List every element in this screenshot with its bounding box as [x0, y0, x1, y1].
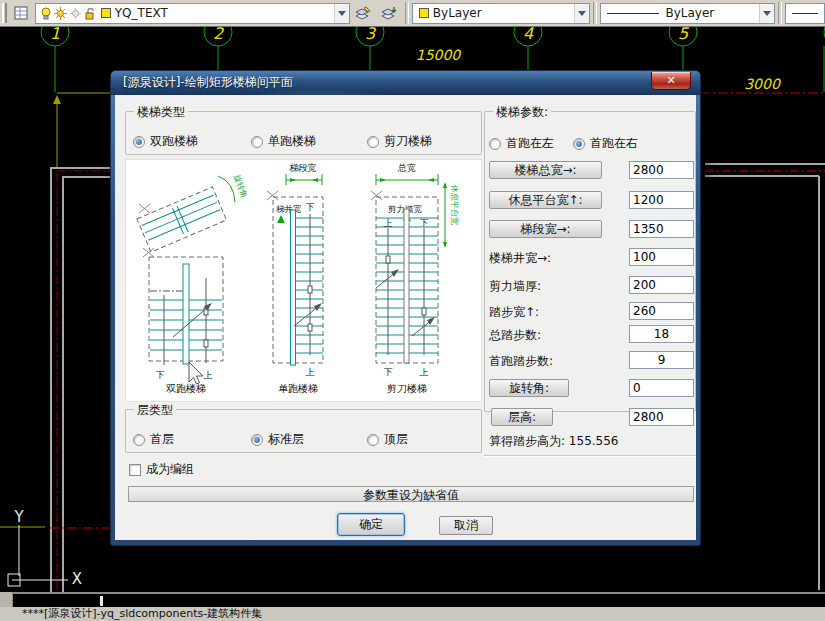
statusbar-grip[interactable] [0, 592, 13, 607]
floor-type-group-label: 层类型 [134, 402, 176, 419]
diagram-single-run: 梯段宽 梯井宽 下 上 单跑楼梯 [267, 163, 323, 394]
make-group-checkbox[interactable]: 成为编组 [129, 461, 194, 478]
layer-select[interactable]: YQ_TEXT [35, 3, 350, 24]
flight-width-input[interactable] [629, 220, 694, 238]
double-run-caption: 双跑楼梯 [166, 383, 206, 394]
first-run-steps-input[interactable] [629, 351, 694, 369]
reset-defaults-button[interactable]: 参数重设为缺省值 [128, 486, 694, 502]
layer-name: YQ_TEXT [115, 6, 168, 20]
dialog-title: [源泉设计]-绘制矩形楼梯间平面 [123, 75, 293, 89]
dimension-3000: 3000 [744, 76, 781, 92]
total-width-input[interactable] [629, 161, 694, 179]
well-width-label: 梯井宽 [276, 204, 302, 214]
total-width-button[interactable]: 楼梯总宽→: [489, 161, 602, 179]
toolbar-separator [593, 2, 597, 24]
close-button[interactable]: ✕ [651, 72, 691, 90]
well-width-input[interactable] [629, 248, 694, 266]
floor-height-button[interactable]: 层高: [491, 408, 553, 426]
color-select[interactable]: ByLayer [412, 3, 591, 24]
radio-single-run-stair[interactable]: 单跑楼梯 [251, 133, 316, 150]
command-line-area[interactable] [0, 592, 825, 607]
toolbar: YQ_TEXT ByLayer ByLayer [0, 0, 825, 27]
flight-width-label: 梯段宽 [290, 163, 317, 173]
separator [484, 455, 696, 456]
toolbar-separator [778, 2, 782, 24]
toolbar-grip[interactable] [2, 3, 7, 23]
up-label: 上 [204, 370, 213, 380]
total-steps-input[interactable] [629, 325, 694, 343]
platform-width-button[interactable]: 休息平台宽↑: [489, 191, 602, 209]
radio-button [367, 136, 379, 148]
radio-first-run-right[interactable]: 首跑在右 [573, 135, 638, 152]
up-label: 上 [384, 218, 393, 228]
diagram-double-run: 旋转角 下 上 双跑楼梯 [137, 174, 249, 394]
make-layer-current-button[interactable] [350, 2, 376, 25]
radio-button [489, 138, 501, 150]
stair-diagrams: 旋转角 下 上 双跑楼梯 [126, 160, 481, 401]
tread-width-label: 踏步宽↑: [489, 304, 539, 321]
well-width-label: 楼梯井宽→: [489, 250, 551, 267]
flight-width-button[interactable]: 梯段宽→: [489, 220, 602, 238]
svg-text:5: 5 [678, 27, 689, 43]
down-label: 下 [384, 367, 393, 377]
lower-dimension [0, 527, 112, 528]
linetype-select[interactable]: ByLayer [600, 3, 775, 24]
lineweight-select-partial[interactable] [785, 3, 825, 24]
total-width-label: 总宽 [397, 163, 416, 173]
radio-button [573, 138, 585, 150]
radio-first-run-left[interactable]: 首跑在左 [489, 135, 554, 152]
svg-text:4: 4 [523, 27, 534, 43]
color-value: ByLayer [433, 6, 482, 20]
radio-top-floor[interactable]: 顶层 [367, 431, 408, 448]
toolbar-separator [405, 2, 409, 24]
dimension-15000: 15000 [416, 47, 462, 63]
dialog-client-area: 楼梯类型 双跑楼梯 单跑楼梯 剪刀楼梯 [115, 95, 696, 540]
checkbox [129, 464, 141, 476]
platform-width-input[interactable] [629, 191, 694, 209]
layer-manager-icon [13, 5, 31, 21]
total-steps-label: 总踏步数: [489, 327, 541, 344]
radio-standard-floor[interactable]: 标准层 [251, 431, 304, 448]
radio-scissor-stair[interactable]: 剪刀楼梯 [367, 133, 432, 150]
radio-button [251, 434, 263, 446]
svg-text:1: 1 [50, 27, 60, 43]
layer-on-bulb-icon [40, 7, 52, 20]
stair-diagram-panel: 旋转角 下 上 双跑楼梯 [125, 159, 482, 402]
ok-button[interactable]: 确定 [337, 513, 405, 536]
floor-height-input[interactable] [629, 408, 694, 426]
grid-bubble-numbers: 1 2 3 4 5 6 [50, 27, 825, 43]
cancel-button[interactable]: 取消 [439, 516, 493, 535]
layer-plot-icon [69, 7, 82, 20]
tread-width-input[interactable] [629, 302, 694, 320]
layer-unlock-icon [84, 7, 97, 20]
color-dropdown-arrow-icon[interactable] [574, 4, 589, 23]
radio-double-run-stair[interactable]: 双跑楼梯 [133, 133, 198, 150]
radio-first-floor[interactable]: 首层 [133, 431, 174, 448]
radio-button [367, 434, 379, 446]
layers-arrow-icon [380, 5, 398, 21]
down-label: 下 [420, 218, 429, 228]
layer-thaw-sun-icon [54, 7, 67, 20]
up-label: 上 [306, 367, 315, 377]
layer-dropdown-arrow-icon[interactable] [334, 4, 349, 23]
linetype-dropdown-arrow-icon[interactable] [759, 4, 774, 23]
radio-button [133, 434, 145, 446]
right-wall [705, 164, 825, 590]
mouse-cursor-icon [189, 362, 203, 384]
layer-manager-button[interactable] [9, 2, 35, 25]
rotate-angle-input[interactable] [629, 379, 694, 397]
radio-button [133, 136, 145, 148]
down-label: 下 [156, 370, 165, 380]
shear-wall-thickness-input[interactable] [629, 276, 694, 294]
command-cursor [100, 596, 103, 606]
layer-previous-button[interactable] [376, 2, 402, 25]
linetype-value: ByLayer [665, 6, 714, 20]
platform-width-label: 休息平台宽 [450, 185, 459, 225]
color-swatch [419, 8, 429, 18]
rotate-angle-button[interactable]: 旋转角: [489, 379, 569, 397]
diagram-scissor: 总宽 休息平台宽 剪力墙宽 上 下 [371, 163, 459, 394]
statusbar: ****[源泉设计]-yq_sldcomponents-建筑构件集 [0, 607, 825, 621]
dialog-titlebar[interactable]: [源泉设计]-绘制矩形楼梯间平面 [111, 71, 700, 95]
stair-dialog-window: [源泉设计]-绘制矩形楼梯间平面 ✕ 楼梯类型 双跑楼梯 单跑楼梯 剪刀楼梯 [110, 70, 701, 546]
stair-params-group-label: 楼梯参数: [493, 104, 551, 121]
